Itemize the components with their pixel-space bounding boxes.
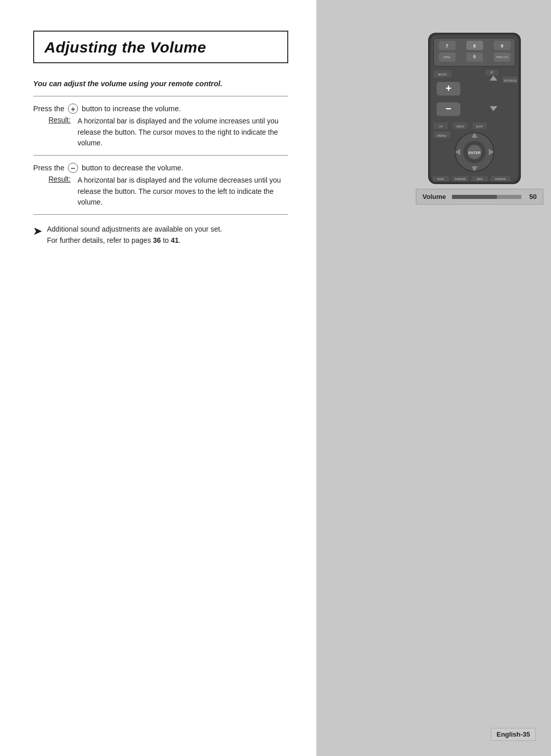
divider-top [33, 96, 288, 96]
decrease-result-block: Result: A horizontal bar is displayed an… [48, 175, 288, 208]
svg-text:0: 0 [473, 54, 475, 59]
svg-text:−: − [445, 103, 452, 114]
volume-bar-box: Volume 50 [416, 189, 543, 205]
svg-text:P.MODE: P.MODE [495, 178, 506, 181]
page-title: Adjusting the Volume [44, 39, 277, 56]
svg-text:EXIT: EXIT [476, 125, 483, 128]
volume-bar-track [452, 195, 521, 199]
press-increase-line: Press the + button to increase the volum… [33, 104, 288, 114]
tip-text: Additional sound adjustments are availab… [47, 224, 222, 246]
main-content: Adjusting the Volume You can adjust the … [0, 0, 316, 756]
svg-text:SOURCE: SOURCE [504, 79, 517, 82]
divider-bottom [33, 214, 288, 215]
minus-button-icon: − [68, 163, 78, 173]
plus-button-icon: + [68, 104, 78, 114]
volume-bar-fill [452, 195, 497, 199]
press-increase-after: button to increase the volume. [82, 105, 181, 113]
svg-text:DNIe: DNIe [443, 56, 450, 59]
result-label-1: Result: [48, 116, 71, 149]
tip-section: ➤ Additional sound adjustments are avail… [33, 224, 288, 246]
volume-label: Volume [422, 193, 447, 200]
svg-text:8: 8 [473, 43, 475, 48]
svg-text:SRS: SRS [477, 178, 483, 181]
svg-text:MUTE: MUTE [438, 73, 447, 76]
svg-text:ENTER: ENTER [468, 151, 481, 155]
page-number: English-35 [491, 728, 536, 741]
svg-text:DUAL: DUAL [437, 178, 445, 181]
svg-text:PRE-CH: PRE-CH [496, 56, 508, 59]
increase-volume-section: Press the + button to increase the volum… [33, 104, 288, 149]
result-text-1: A horizontal bar is displayed and the vo… [78, 116, 288, 149]
svg-text:9: 9 [500, 43, 503, 48]
svg-text:MENU: MENU [437, 134, 446, 137]
svg-text:7: 7 [445, 43, 448, 48]
remote-svg: 7 8 9 DNIe 0 PRE-CH P MUTE SOURCE + [423, 31, 525, 189]
press-increase-before: Press the [33, 105, 64, 113]
press-decrease-line: Press the − button to decrease the volum… [33, 163, 288, 173]
press-decrease-after: button to decrease the volume. [82, 164, 183, 172]
svg-text:S.MODE: S.MODE [455, 178, 466, 181]
volume-number: 50 [527, 193, 537, 200]
result-text-2: A horizontal bar is displayed and the vo… [78, 175, 288, 208]
divider-mid [33, 155, 288, 156]
remote-control-image: 7 8 9 DNIe 0 PRE-CH P MUTE SOURCE + [423, 31, 541, 190]
intro-text: You can adjust the volume using your rem… [33, 80, 288, 88]
result-label-2: Result: [48, 175, 71, 208]
svg-text:+: + [445, 83, 452, 94]
sidebar: 7 8 9 DNIe 0 PRE-CH P MUTE SOURCE + [316, 0, 551, 756]
increase-result-block: Result: A horizontal bar is displayed an… [48, 116, 288, 149]
title-box: Adjusting the Volume [33, 31, 288, 63]
tip-arrow-icon: ➤ [33, 223, 42, 239]
svg-text:P: P [491, 71, 493, 74]
svg-text:TV: TV [439, 125, 443, 128]
svg-text:INFO: INFO [457, 125, 464, 128]
decrease-volume-section: Press the − button to decrease the volum… [33, 163, 288, 208]
press-decrease-before: Press the [33, 164, 64, 172]
